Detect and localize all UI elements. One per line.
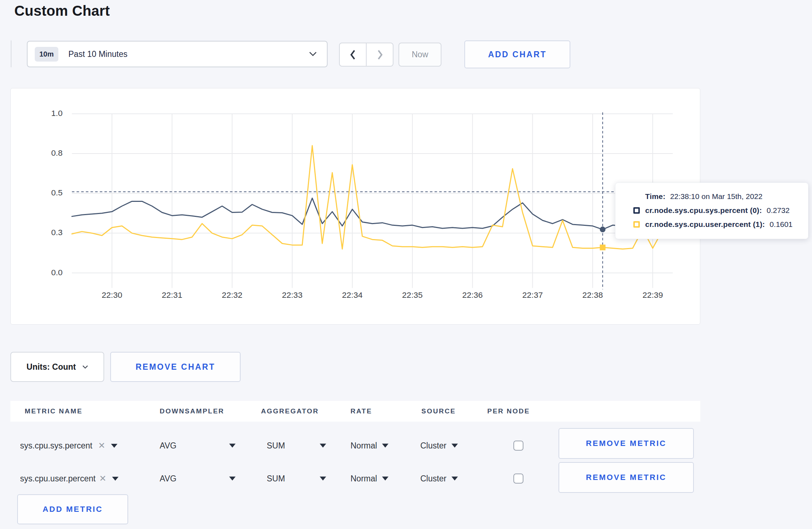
- rate-select[interactable]: Normal: [351, 441, 388, 451]
- svg-text:22:38: 22:38: [583, 290, 603, 300]
- aggregator-caret[interactable]: [320, 444, 326, 448]
- aggregator-value: SUM: [267, 441, 285, 451]
- units-select[interactable]: Units: Count: [10, 352, 104, 382]
- time-range-label: Past 10 Minutes: [68, 49, 309, 59]
- caret-down-icon: [320, 444, 326, 448]
- now-button[interactable]: Now: [398, 43, 441, 67]
- metric-name-select[interactable]: sys.cpu.sys.percent ✕: [20, 441, 117, 451]
- caret-down-icon: [382, 444, 388, 448]
- downsampler-value: AVG: [160, 474, 177, 484]
- time-range-select[interactable]: 10m Past 10 Minutes: [27, 41, 328, 67]
- aggregator-value: SUM: [267, 474, 285, 484]
- header-downsampler: DOWNSAMPLER: [160, 401, 224, 422]
- next-button[interactable]: [366, 43, 393, 66]
- svg-text:0.0: 0.0: [51, 268, 63, 277]
- source-value: Cluster: [420, 441, 446, 451]
- svg-text:0.3: 0.3: [51, 228, 63, 237]
- chevron-down-icon: [82, 365, 88, 369]
- page-title: Custom Chart: [14, 3, 110, 19]
- source-select[interactable]: Cluster: [420, 474, 458, 484]
- aggregator-caret[interactable]: [320, 477, 326, 481]
- add-metric-button[interactable]: ADD METRIC: [17, 494, 128, 524]
- svg-text:22:36: 22:36: [462, 290, 483, 300]
- svg-text:0.8: 0.8: [51, 148, 63, 157]
- caret-down-icon: [229, 477, 236, 481]
- remove-metric-button[interactable]: REMOVE METRIC: [559, 428, 694, 459]
- header-per-node: PER NODE: [487, 401, 530, 422]
- remove-chart-button[interactable]: REMOVE CHART: [110, 352, 241, 382]
- remove-x-icon[interactable]: ✕: [98, 441, 105, 451]
- svg-text:22:39: 22:39: [642, 290, 663, 300]
- add-chart-button[interactable]: ADD CHART: [464, 40, 570, 68]
- caret-down-icon[interactable]: [111, 444, 117, 448]
- caret-down-icon: [451, 477, 458, 481]
- caret-down-icon: [320, 477, 326, 481]
- aggregator-select[interactable]: SUM: [267, 441, 285, 451]
- aggregator-select[interactable]: SUM: [267, 474, 285, 484]
- rate-select[interactable]: Normal: [351, 474, 388, 484]
- downsampler-caret[interactable]: [229, 444, 236, 448]
- metric-name-value: sys.cpu.sys.percent: [20, 441, 92, 451]
- header-rate: RATE: [351, 401, 372, 422]
- metric-row: sys.cpu.sys.percent ✕ AVG SUM Normal Clu…: [0, 431, 812, 460]
- tooltip-series-label: cr.node.sys.cpu.sys.percent (0):: [645, 206, 762, 215]
- per-node-checkbox[interactable]: [513, 441, 523, 451]
- svg-text:0.5: 0.5: [51, 188, 63, 197]
- tooltip-time-value: 22:38:10 on Mar 15th, 2022: [670, 192, 763, 201]
- downsampler-value: AVG: [160, 441, 177, 451]
- source-value: Cluster: [420, 474, 446, 484]
- tooltip-series-row: cr.node.sys.cpu.sys.percent (0): 0.2732: [633, 206, 799, 215]
- timeseries-chart[interactable]: 22:3022:3122:3222:3322:3422:3522:3622:37…: [11, 88, 700, 325]
- metric-row: sys.cpu.user.percent ✕ AVG SUM Normal Cl…: [0, 464, 812, 493]
- chevron-left-icon: [349, 49, 357, 60]
- chevron-down-icon: [309, 52, 317, 57]
- caret-down-icon: [451, 444, 458, 448]
- header-source: SOURCE: [421, 401, 456, 422]
- remove-x-icon[interactable]: ✕: [99, 474, 106, 484]
- tooltip-time-label: Time:: [645, 192, 666, 201]
- metric-name-value: sys.cpu.user.percent: [20, 474, 96, 484]
- prev-button[interactable]: [340, 43, 366, 66]
- chart-tooltip: Time: 22:38:10 on Mar 15th, 2022 cr.node…: [615, 183, 808, 239]
- downsampler-select[interactable]: AVG: [160, 474, 177, 484]
- rate-value: Normal: [351, 474, 377, 484]
- toolbar-divider: [11, 40, 11, 67]
- svg-text:22:31: 22:31: [162, 290, 182, 300]
- svg-text:1.0: 1.0: [51, 108, 63, 118]
- units-label: Units: Count: [26, 362, 76, 372]
- caret-down-icon: [229, 444, 236, 448]
- time-pager: [339, 43, 393, 67]
- header-metric-name: METRIC NAME: [25, 401, 83, 422]
- svg-text:22:33: 22:33: [282, 290, 302, 300]
- svg-text:22:37: 22:37: [522, 290, 543, 300]
- remove-metric-button[interactable]: REMOVE METRIC: [559, 462, 694, 493]
- downsampler-select[interactable]: AVG: [160, 441, 177, 451]
- per-node-checkbox[interactable]: [513, 474, 523, 484]
- downsampler-caret[interactable]: [229, 477, 236, 481]
- caret-down-icon: [382, 477, 388, 481]
- rate-value: Normal: [351, 441, 377, 451]
- series-swatch-sys: [633, 207, 640, 214]
- tooltip-series-value: 0.1601: [770, 220, 793, 229]
- svg-text:22:34: 22:34: [342, 290, 363, 300]
- metrics-table-header: METRIC NAME DOWNSAMPLER AGGREGATOR RATE …: [10, 401, 700, 422]
- tooltip-series-label: cr.node.sys.cpu.user.percent (1):: [645, 220, 765, 229]
- tooltip-series-value: 0.2732: [767, 206, 789, 215]
- source-select[interactable]: Cluster: [420, 441, 458, 451]
- series-swatch-user: [633, 221, 640, 228]
- svg-text:22:30: 22:30: [102, 290, 122, 300]
- caret-down-icon[interactable]: [112, 477, 119, 481]
- time-range-badge: 10m: [35, 47, 58, 62]
- header-aggregator: AGGREGATOR: [261, 401, 319, 422]
- chevron-right-icon: [376, 49, 383, 60]
- svg-text:22:35: 22:35: [402, 290, 422, 300]
- svg-text:22:32: 22:32: [222, 290, 242, 300]
- chart-card: 22:3022:3122:3222:3322:3422:3522:3622:37…: [10, 88, 700, 325]
- metric-name-select[interactable]: sys.cpu.user.percent ✕: [20, 474, 119, 484]
- tooltip-series-row: cr.node.sys.cpu.user.percent (1): 0.1601: [633, 220, 799, 229]
